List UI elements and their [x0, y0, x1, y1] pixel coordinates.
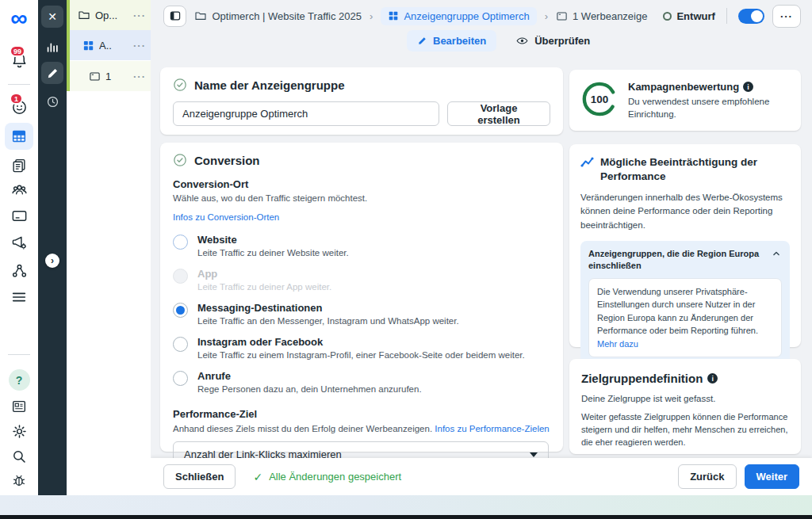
edit-panel-button-active[interactable]	[41, 62, 63, 84]
option-label: Anrufe	[197, 370, 422, 382]
chevron-up-icon[interactable]	[771, 248, 782, 259]
section-check-icon	[173, 153, 187, 167]
account-badge: 1	[10, 93, 23, 105]
pencil-icon	[417, 36, 427, 46]
pencil-icon	[46, 67, 59, 80]
search-button[interactable]	[0, 448, 38, 465]
audiences-button[interactable]	[0, 181, 38, 199]
radio-icon	[173, 269, 188, 284]
score-value: 100	[591, 93, 608, 105]
radio-option-messaging-selected[interactable]: Messaging-Destinationen Leite Traffic an…	[173, 302, 550, 326]
option-label: Website	[197, 234, 349, 246]
pages-icon	[10, 157, 28, 174]
ellipsis-icon	[780, 10, 793, 22]
more-options-icon[interactable]	[133, 71, 146, 82]
draft-status-label: Entwurf	[676, 10, 714, 22]
tree-row-campaign[interactable]: Op...	[70, 0, 151, 30]
review-mode-button[interactable]: Überprüfen	[515, 34, 590, 48]
review-mode-label: Überprüfen	[534, 35, 590, 47]
more-options-icon[interactable]	[133, 40, 146, 52]
breadcrumb-campaign[interactable]: Optimerch | Website Traffic 2025	[194, 10, 362, 22]
performance-impact-card: Mögliche Beeinträchtigung der Performanc…	[569, 144, 801, 347]
score-title: Kampagnenbewertung	[628, 81, 739, 93]
rail-divider	[8, 354, 30, 355]
meta-logo[interactable]: ∞	[0, 8, 38, 29]
charts-panel-button[interactable]	[41, 36, 63, 59]
hamburger-menu-icon	[10, 288, 28, 306]
name-section-title: Name der Anzeigengruppe	[194, 78, 344, 92]
info-icon[interactable]	[743, 82, 753, 92]
panel-toggle-icon	[169, 10, 182, 22]
audience-definition-card: Zielgruppendefinition Deine Zielgruppe i…	[569, 359, 801, 454]
breadcrumb-adset-selected[interactable]: Anzeigengruppe Optimerch	[381, 7, 536, 25]
breadcrumb-campaign-label: Optimerch | Website Traffic 2025	[212, 10, 362, 22]
tree-row-adset-selected[interactable]: A..	[70, 30, 151, 60]
campaign-tree-panel: Op... A.. 1	[67, 0, 151, 495]
radio-option-app-disabled: App Leite Traffic zu deiner App weiter.	[173, 268, 550, 292]
global-nav-rail: ∞ 99 1	[0, 0, 38, 495]
help-button[interactable]	[0, 369, 38, 391]
option-desc: Rege Personen dazu an, dein Unternehmen …	[197, 384, 422, 394]
radio-icon-selected[interactable]	[173, 303, 188, 318]
bar-chart-icon	[44, 40, 60, 55]
collapse-panel-button[interactable]	[163, 6, 186, 27]
adset-name-input[interactable]	[173, 101, 439, 126]
create-template-button[interactable]: Vorlage erstellen	[447, 101, 550, 126]
header-more-button[interactable]	[772, 5, 801, 28]
next-button[interactable]: Weiter	[745, 464, 800, 489]
europe-region-box: Anzeigengruppen, die die Region Europa e…	[580, 241, 790, 365]
eye-icon	[515, 34, 529, 48]
section-check-icon	[173, 78, 187, 92]
all-changes-saved-status: Alle Änderungen gespeichert	[253, 471, 401, 483]
ads-reporting-button[interactable]	[0, 157, 38, 174]
people-icon	[10, 181, 29, 199]
radio-icon[interactable]	[173, 337, 188, 352]
trend-line-icon	[580, 155, 594, 169]
radio-icon[interactable]	[173, 235, 188, 250]
tree-row-ad[interactable]: 1	[70, 61, 151, 91]
billing-button[interactable]	[0, 207, 38, 225]
breadcrumb-ad-label: 1 Werbeanzeige	[573, 10, 647, 22]
credit-card-icon	[10, 207, 29, 225]
search-icon	[10, 448, 28, 465]
folder-icon	[194, 10, 207, 22]
business-assets-button[interactable]	[0, 261, 38, 280]
tree-adset-label: A..	[99, 40, 133, 52]
adset-grid-icon	[388, 10, 399, 21]
adset-active-toggle[interactable]	[738, 9, 764, 24]
expand-panel-button[interactable]	[45, 254, 59, 268]
clock-icon	[45, 94, 60, 109]
history-panel-button[interactable]	[41, 90, 63, 113]
conversion-location-link[interactable]: Infos zu Conversion-Orten	[173, 212, 279, 222]
learn-more-link[interactable]: Mehr dazu	[597, 339, 638, 349]
performance-goal-link[interactable]: Infos zu Performance-Zielen	[435, 424, 549, 433]
conversion-location-title: Conversion-Ort	[173, 178, 550, 190]
ads-manager-nav-selected[interactable]	[0, 123, 38, 150]
editor-footer: Schließen Alle Änderungen gespeichert Zu…	[151, 458, 812, 495]
updates-button[interactable]	[0, 398, 38, 415]
option-desc: Leite Traffic zu einem Instagram-Profil,…	[197, 350, 525, 360]
notifications-button[interactable]: 99	[0, 51, 38, 69]
audience-title: Zielgruppendefinition	[581, 372, 703, 385]
radio-option-calls[interactable]: Anrufe Rege Personen dazu an, dein Unter…	[173, 370, 550, 394]
radio-option-website[interactable]: Website Leite Traffic zu deiner Website …	[173, 234, 550, 258]
radio-option-instagram-facebook[interactable]: Instagram oder Facebook Leite Traffic zu…	[173, 336, 550, 360]
score-desc: Du verwendest unsere empfohlene Einricht…	[628, 95, 779, 120]
breadcrumb-ad[interactable]: 1 Werbeanzeige	[556, 10, 647, 22]
bug-icon	[10, 471, 28, 489]
all-tools-button[interactable]	[0, 288, 38, 306]
settings-button[interactable]	[0, 422, 38, 441]
more-options-icon[interactable]	[133, 10, 146, 21]
close-editor-button[interactable]	[41, 6, 63, 28]
close-button[interactable]: Schließen	[163, 464, 236, 489]
option-desc: Leite Traffic an den Messenger, Instagra…	[197, 316, 459, 326]
report-bug-button[interactable]	[0, 471, 38, 489]
megaphone-gear-icon	[10, 234, 29, 252]
edit-mode-button-active[interactable]: Bearbeiten	[407, 30, 496, 52]
folder-icon	[78, 9, 90, 21]
radio-icon[interactable]	[173, 371, 188, 386]
info-icon[interactable]	[707, 373, 718, 384]
account-overview-button[interactable]: 1	[0, 98, 38, 116]
back-button[interactable]: Zurück	[678, 464, 736, 489]
promotions-button[interactable]	[0, 234, 38, 252]
